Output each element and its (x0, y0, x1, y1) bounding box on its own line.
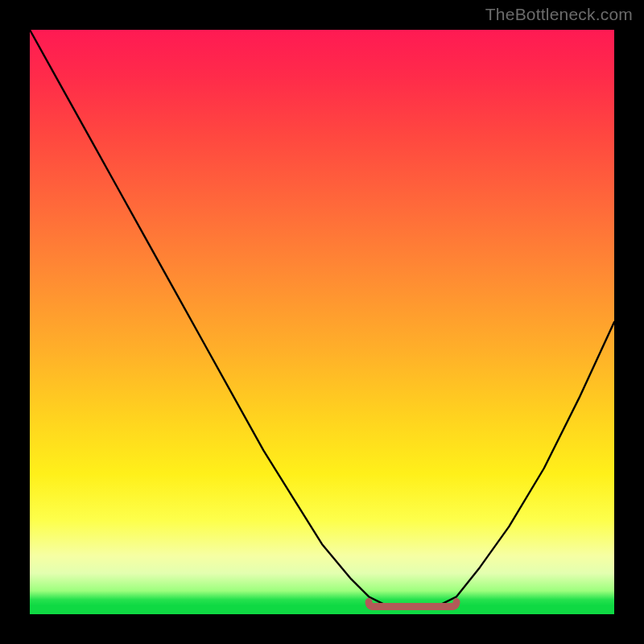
plot-area (30, 30, 614, 614)
bottleneck-curve (30, 30, 614, 607)
chart-svg (30, 30, 614, 614)
watermark-text: TheBottleneck.com (485, 5, 633, 24)
chart-frame: TheBottleneck.com (0, 0, 644, 644)
